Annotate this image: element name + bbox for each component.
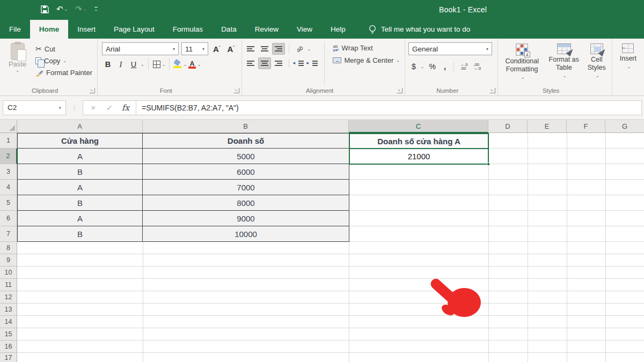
cell-b5[interactable]: 8000: [143, 195, 349, 211]
cell-b7[interactable]: 10000: [143, 226, 349, 242]
cell-a6[interactable]: A: [17, 211, 143, 226]
underline-button[interactable]: U: [128, 60, 140, 69]
percent-format-button[interactable]: %: [426, 62, 438, 71]
undo-button[interactable]: ↶⌄: [56, 4, 68, 14]
tab-formulas[interactable]: Formulas: [164, 20, 212, 39]
column-header-d[interactable]: D: [488, 120, 528, 133]
row-header-6[interactable]: 6: [0, 211, 17, 226]
cell-b2[interactable]: 5000: [143, 149, 349, 164]
tab-view[interactable]: View: [288, 20, 321, 39]
insert-cells-button[interactable]: ← Insert ⌄: [614, 41, 642, 71]
cell-a5[interactable]: B: [17, 195, 143, 211]
number-format-select[interactable]: General▾: [408, 42, 492, 55]
cancel-icon[interactable]: ×: [85, 103, 101, 112]
wrap-text-button[interactable]: abc↵ Wrap Text: [330, 43, 402, 53]
row-header-16[interactable]: 16: [0, 341, 17, 353]
tell-me-box[interactable]: Tell me what you want to do: [369, 20, 471, 39]
orientation-dropdown-icon[interactable]: ⌄: [307, 47, 311, 51]
row-header-2[interactable]: 2: [0, 149, 17, 164]
row-header-13[interactable]: 13: [0, 304, 17, 316]
insert-function-icon[interactable]: fx: [118, 103, 134, 113]
alignment-dialog-launcher[interactable]: ↘: [397, 88, 402, 93]
font-color-button[interactable]: A: [188, 60, 196, 69]
tab-page-layout[interactable]: Page Layout: [105, 20, 164, 39]
currency-dropdown-icon[interactable]: ⌄: [421, 64, 425, 69]
borders-dropdown-icon[interactable]: ⌄: [162, 62, 166, 67]
cell-a3[interactable]: B: [17, 164, 143, 180]
bold-button[interactable]: B: [102, 60, 114, 69]
name-box-dropdown-icon[interactable]: ▾: [58, 105, 61, 110]
italic-button[interactable]: I: [115, 60, 127, 69]
decrease-decimal-button[interactable]: .00→.0: [472, 63, 484, 70]
save-icon[interactable]: [41, 5, 49, 13]
cell-a7[interactable]: B: [17, 226, 143, 242]
row-header-5[interactable]: 5: [0, 195, 17, 211]
font-dialog-launcher[interactable]: ↘: [234, 88, 239, 93]
row-header-9[interactable]: 9: [0, 254, 17, 267]
increase-decimal-button[interactable]: ←.0.00: [458, 63, 470, 70]
middle-align-button[interactable]: [258, 43, 271, 55]
copy-button[interactable]: Copy ⌄: [33, 56, 95, 66]
cut-button[interactable]: ✂ Cut: [33, 43, 95, 54]
font-color-dropdown-icon[interactable]: ⌄: [197, 62, 201, 67]
select-all-button[interactable]: [0, 120, 17, 133]
row-header-14[interactable]: 14: [0, 316, 17, 328]
cell-c2-active[interactable]: 21000: [349, 148, 489, 165]
name-box[interactable]: C2 ▾: [3, 100, 66, 115]
increase-font-size-button[interactable]: Aˆ: [211, 45, 223, 54]
column-header-a[interactable]: A: [17, 120, 143, 133]
merge-center-dropdown-icon[interactable]: ⌄: [396, 58, 400, 63]
row-header-3[interactable]: 3: [0, 164, 17, 180]
row-header-8[interactable]: 8: [0, 242, 17, 254]
cell-styles-button[interactable]: Cell Styles ⌄: [584, 41, 610, 85]
cell-b1[interactable]: Doanh số: [143, 133, 349, 149]
row-header-1[interactable]: 1: [0, 133, 17, 149]
row-header-11[interactable]: 11: [0, 279, 17, 291]
customize-quick-access-icon[interactable]: ⌄: [94, 7, 98, 11]
column-header-g[interactable]: G: [605, 120, 644, 133]
paste-dropdown-icon[interactable]: ⌄: [16, 68, 19, 73]
row-header-10[interactable]: 10: [0, 267, 17, 279]
tab-data[interactable]: Data: [212, 20, 246, 39]
tab-home[interactable]: Home: [30, 20, 69, 39]
column-header-e[interactable]: E: [528, 120, 567, 133]
tab-insert[interactable]: Insert: [68, 20, 105, 39]
format-as-table-button[interactable]: Format as Table ⌄: [546, 41, 582, 85]
borders-button[interactable]: [152, 60, 161, 69]
decrease-font-size-button[interactable]: Aˇ: [225, 45, 237, 54]
orientation-button[interactable]: ab: [293, 43, 306, 55]
paste-button[interactable]: Paste ⌄: [2, 41, 33, 85]
font-name-select[interactable]: Arial▾: [102, 42, 179, 55]
row-header-4[interactable]: 4: [0, 180, 17, 195]
format-as-table-dropdown-icon[interactable]: ⌄: [563, 72, 567, 80]
cell-c1[interactable]: Doanh số cửa hàng A: [349, 133, 489, 149]
row-header-17[interactable]: 17: [0, 353, 17, 362]
bottom-align-button[interactable]: [272, 43, 285, 55]
currency-format-button[interactable]: $: [408, 62, 419, 71]
fill-handle[interactable]: [487, 162, 490, 166]
font-size-select[interactable]: 11▾: [181, 42, 208, 55]
align-left-button[interactable]: [244, 57, 257, 69]
row-header-15[interactable]: 15: [0, 328, 17, 341]
cell-b6[interactable]: 9000: [143, 211, 349, 226]
merge-center-button[interactable]: ↔ Merge & Center ⌄: [330, 55, 402, 65]
fill-color-button[interactable]: [173, 60, 182, 69]
format-painter-button[interactable]: Format Painter: [33, 68, 95, 78]
underline-dropdown-icon[interactable]: ⌄: [141, 62, 144, 67]
row-header-7[interactable]: 7: [0, 226, 17, 242]
column-header-c[interactable]: C: [349, 120, 488, 133]
fill-color-dropdown-icon[interactable]: ⌄: [183, 62, 187, 67]
increase-indent-button[interactable]: ▸: [307, 57, 320, 69]
copy-dropdown-icon[interactable]: ⌄: [63, 58, 67, 63]
row-header-12[interactable]: 12: [0, 291, 17, 304]
enter-check-icon[interactable]: ✓: [101, 103, 118, 113]
conditional-formatting-button[interactable]: ≠ Conditional Formatting ⌄: [500, 41, 544, 85]
tab-help[interactable]: Help: [321, 20, 355, 39]
decrease-indent-button[interactable]: ◂: [293, 57, 306, 69]
align-right-button[interactable]: [272, 57, 285, 69]
comma-format-button[interactable]: ,: [441, 62, 449, 71]
number-dialog-launcher[interactable]: ↘: [490, 88, 495, 93]
tab-file[interactable]: File: [0, 20, 30, 39]
cell-a1[interactable]: Cửa hàng: [17, 133, 143, 149]
redo-button[interactable]: ↷⌄: [75, 4, 86, 14]
